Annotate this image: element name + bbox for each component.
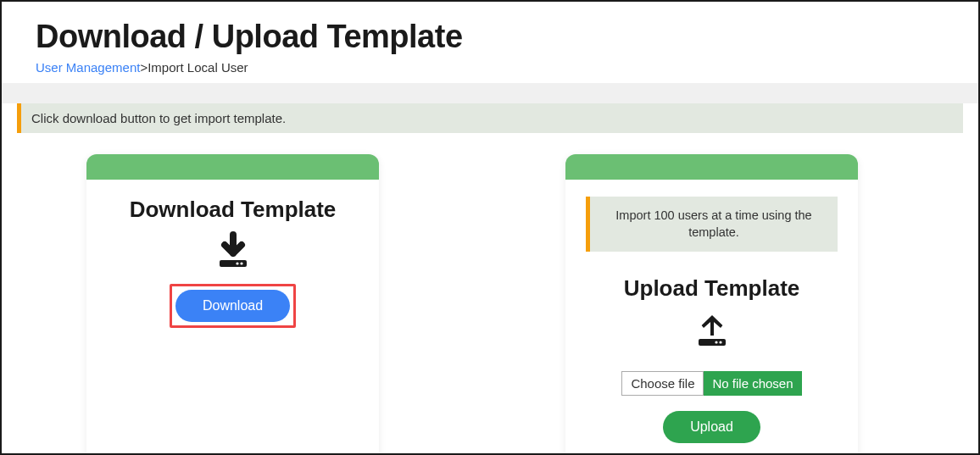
svg-point-4 xyxy=(715,341,717,343)
upload-template-title: Upload Template xyxy=(586,275,838,302)
download-button-highlight: Download xyxy=(170,284,296,328)
download-template-title: Download Template xyxy=(107,197,359,223)
page-title: Download / Upload Template xyxy=(36,19,944,55)
svg-point-2 xyxy=(240,262,242,264)
card-header-bar xyxy=(565,154,858,180)
breadcrumb-link-user-management[interactable]: User Management xyxy=(36,60,140,75)
upload-icon xyxy=(586,310,838,354)
svg-point-5 xyxy=(719,341,721,343)
upload-button[interactable]: Upload xyxy=(663,411,760,443)
upload-info-banner: Import 100 users at a time using the tem… xyxy=(586,197,838,252)
info-banner: Click download button to get import temp… xyxy=(17,103,963,133)
download-button[interactable]: Download xyxy=(175,290,290,322)
breadcrumb-current: Import Local User xyxy=(148,60,248,75)
download-icon xyxy=(107,231,359,275)
choose-file-button[interactable]: Choose file xyxy=(621,371,704,396)
file-input[interactable]: Choose file No file chosen xyxy=(621,371,801,396)
file-status-label: No file chosen xyxy=(704,371,801,396)
download-template-card: Download Template Download xyxy=(86,154,379,455)
upload-template-card: Import 100 users at a time using the tem… xyxy=(565,154,858,455)
svg-point-1 xyxy=(236,262,238,264)
card-header-bar xyxy=(86,154,379,180)
breadcrumb-separator: > xyxy=(140,60,148,75)
breadcrumb: User Management>Import Local User xyxy=(36,60,944,75)
